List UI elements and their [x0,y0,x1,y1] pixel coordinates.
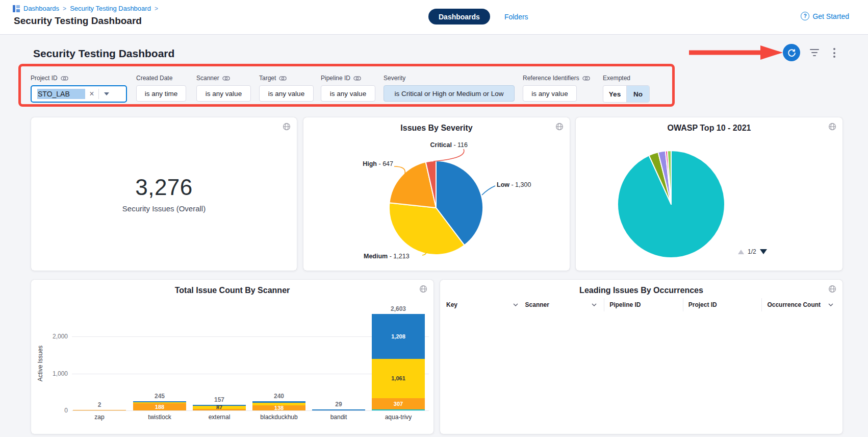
breadcrumb-current-dashboard[interactable]: Security Testing Dashboard [70,5,151,12]
owasp-pagination: 1/2 [738,248,767,255]
get-started-label: Get Started [812,12,849,20]
x-category-label: aqua-trivy [372,414,425,421]
filter-severity: Severity is Critical or High or Medium o… [384,75,515,102]
sort-chevron-icon [513,303,518,306]
filter-project-id-label: Project ID [31,75,58,82]
bar-total-label: 2 [73,401,126,408]
bar-total-label: 240 [252,393,305,400]
tab-dashboards[interactable]: Dashboards [428,9,490,25]
bar-blackduckhub[interactable]: 138 [252,401,305,410]
leading-issues-table-header: KeyScannerPipeline IDProject IDOccurrenc… [446,298,840,311]
link-icon [61,76,68,81]
link-icon [222,76,230,81]
annotation-arrow [686,45,788,60]
x-category-label: zap [73,414,126,421]
column-header-label: Project ID [688,301,717,308]
globe-icon [828,285,836,295]
owasp-pie[interactable] [576,117,843,271]
column-header-occurrence-count[interactable]: Occurrence Count [761,298,840,311]
get-started-link[interactable]: ? Get Started [801,12,849,20]
severity-filter-button[interactable]: is Critical or High or Medium or Low [384,85,515,102]
bar-segment-orange[interactable]: 188 [133,403,186,410]
project-id-input[interactable]: STO_LAB × [31,85,127,103]
x-category-label: bandit [312,414,365,421]
page-up-icon[interactable] [738,250,744,254]
filter-project-id: Project ID STO_LAB × [31,75,127,103]
y-tick-label: 0 [36,407,68,414]
bar-segment-yellow[interactable]: 1,061 [372,359,425,398]
filter-target-label: Target [259,75,276,82]
bar-segment-orange[interactable] [193,409,246,410]
filter-target: Target is any value [259,75,314,102]
filter-reference-identifiers-label: Reference Identifiers [523,75,579,82]
reference-identifiers-filter-button[interactable]: is any value [523,85,577,102]
filter-pipeline-id: Pipeline ID is any value [321,75,375,102]
filter-severity-label: Severity [384,75,405,82]
bar-segment-teal[interactable] [372,409,425,410]
dashboard-filters-toggle-button[interactable] [810,49,819,58]
tile-total-issue-count-by-scanner: Total Issue Count By Scanner Active Issu… [31,280,433,434]
bar-twistlock[interactable]: 188 [133,401,186,410]
filter-project-id-label-row: Project ID [31,75,127,82]
target-filter-button[interactable]: is any value [259,85,314,102]
scanner-bar-chart[interactable]: 01,0002,0002zap188245twistlock87157exter… [31,280,433,434]
chevron-down-icon [104,92,109,95]
x-category-label: external [193,414,246,421]
column-header-project-id: Project ID [683,298,762,311]
page-indicator: 1/2 [748,248,756,255]
exempted-toggle: Yes No [603,85,650,103]
breadcrumb-separator: > [155,5,158,12]
page-title: Security Testing Dashboard [14,15,142,27]
column-header-label: Scanner [525,301,549,308]
bar-bandit[interactable] [312,409,365,410]
column-header-pipeline-id: Pipeline ID [604,298,683,311]
pipeline-id-filter-button[interactable]: is any value [321,85,375,102]
link-icon [279,76,287,81]
bar-segment-orange[interactable] [73,410,126,410]
filter-exempted: Exempted Yes No [603,75,650,103]
link-icon [582,76,590,81]
bar-total-label: 29 [312,401,365,408]
bar-aqua-trivy[interactable]: 1,2081,061307 [372,314,425,410]
bar-segment-orange[interactable]: 307 [372,398,425,409]
help-question-icon: ? [801,12,809,20]
bar-total-label: 245 [133,393,186,400]
page-down-icon[interactable] [760,249,767,254]
dashboard-page: Dashboards > Security Testing Dashboard … [0,0,868,437]
tile-issues-by-severity: Issues By Severity Critical - 116 High -… [303,117,570,271]
refresh-icon [787,48,796,57]
sort-chevron-icon [592,303,597,306]
sort-chevron-icon [828,303,833,306]
gridline [72,410,429,411]
filter-created-date: Created Date is any time [136,75,186,102]
security-issues-total-label: Security Issues (Overall) [31,204,297,213]
issues-by-severity-pie[interactable] [303,117,570,271]
bar-segment-blue[interactable] [312,409,365,410]
created-date-filter-button[interactable]: is any time [136,85,186,102]
filter-scanner-label: Scanner [196,75,219,82]
refresh-dashboard-button[interactable] [783,44,800,61]
x-category-label: blackduckhub [252,414,305,421]
dashboard-actions-menu-button[interactable] [833,48,835,60]
breadcrumb-dashboards[interactable]: Dashboards [23,5,59,12]
tab-folders[interactable]: Folders [504,13,528,21]
exempted-yes-button[interactable]: Yes [603,86,626,102]
scanner-filter-button[interactable]: is any value [196,85,251,102]
bar-zap[interactable] [73,410,126,410]
pie-label-low: Low - 1,300 [497,181,531,188]
breadcrumb-separator: > [63,5,66,12]
filter-scanner: Scanner is any value [196,75,251,102]
column-header-key[interactable]: Key [446,298,525,311]
column-header-label: Occurrence Count [767,301,821,308]
bar-total-label: 157 [193,396,246,403]
column-header-scanner[interactable]: Scanner [525,298,604,311]
bar-segment-orange[interactable]: 138 [252,405,305,410]
bar-segment-blue[interactable]: 1,208 [372,314,425,359]
y-tick-label: 1,000 [36,370,68,377]
project-id-dropdown-button[interactable] [99,92,114,95]
clear-icon[interactable]: × [85,89,98,99]
exempted-no-button[interactable]: No [626,86,649,102]
bar-external[interactable]: 87 [193,405,246,410]
filter-pipeline-id-label: Pipeline ID [321,75,350,82]
pie-label-medium: Medium - 1,213 [364,253,410,260]
